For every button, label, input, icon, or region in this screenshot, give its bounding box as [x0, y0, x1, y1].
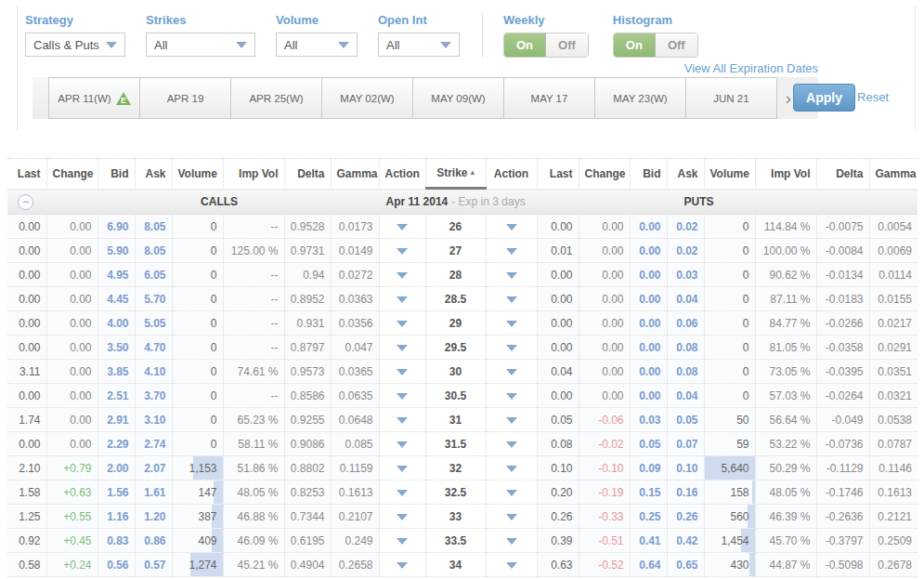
put-action-dropdown[interactable]: [486, 287, 537, 311]
expiration-tab-label: JUN 21: [713, 93, 748, 104]
call-ask: 3.10: [135, 408, 172, 432]
call-volume: 0: [172, 432, 223, 456]
expiration-row: View All Expiration Dates APR 11(W) E AP…: [25, 61, 915, 119]
put-action-dropdown[interactable]: [486, 384, 537, 408]
call-action-dropdown[interactable]: [379, 408, 425, 432]
strategy-select[interactable]: Calls & Puts: [25, 33, 125, 57]
put-imp-vol: 45.70 %: [755, 529, 816, 553]
col-call-action[interactable]: Action: [379, 159, 425, 189]
call-action-dropdown[interactable]: [379, 360, 425, 384]
call-action-dropdown[interactable]: [379, 311, 425, 336]
call-action-dropdown[interactable]: [379, 480, 425, 505]
put-bid: 0.00: [630, 263, 667, 287]
col-put-change[interactable]: Change: [579, 159, 630, 189]
expiration-tab[interactable]: APR 11(W) E: [48, 77, 140, 119]
expiration-tab[interactable]: APR 25(W): [230, 77, 322, 119]
expiration-tab[interactable]: MAY 09(W): [412, 77, 504, 119]
put-action-dropdown[interactable]: [486, 432, 537, 456]
col-call-gamma[interactable]: Gamma: [331, 159, 379, 189]
strikes-select[interactable]: All: [146, 33, 255, 57]
col-put-ask[interactable]: Ask: [667, 159, 704, 189]
call-action-dropdown[interactable]: [379, 336, 425, 360]
put-action-dropdown[interactable]: [486, 311, 537, 336]
put-change: -0.33: [579, 505, 630, 529]
col-call-bid[interactable]: Bid: [98, 159, 135, 189]
volume-select[interactable]: All: [276, 33, 358, 57]
chevron-down-icon: [397, 296, 408, 303]
put-action-dropdown[interactable]: [486, 239, 537, 263]
put-bid: 0.00: [630, 360, 667, 384]
call-action-dropdown[interactable]: [379, 529, 425, 553]
collapse-button[interactable]: −: [18, 194, 33, 210]
put-ask: 0.02: [667, 239, 704, 263]
col-put-delta[interactable]: Delta: [816, 159, 869, 189]
call-action-dropdown[interactable]: [379, 505, 425, 529]
col-put-imp-vol[interactable]: Imp Vol: [755, 159, 816, 189]
histogram-off-button[interactable]: Off: [656, 33, 697, 57]
put-action-dropdown[interactable]: [486, 360, 537, 384]
call-action-dropdown[interactable]: [379, 553, 425, 577]
weekly-off-button[interactable]: Off: [546, 33, 588, 57]
call-bid: 0.83: [98, 529, 135, 553]
put-action-dropdown[interactable]: [486, 505, 537, 529]
put-last: 0.04: [537, 360, 579, 384]
call-action-dropdown[interactable]: [379, 215, 425, 239]
call-volume: 387: [172, 505, 223, 529]
col-put-action[interactable]: Action: [486, 159, 537, 189]
option-row: 0.00 0.00 6.90 8.05 0 -- 0.9528 0.0173 2…: [7, 215, 917, 239]
call-bid: 2.91: [98, 408, 135, 432]
call-action-dropdown[interactable]: [379, 287, 425, 311]
col-call-change[interactable]: Change: [46, 159, 98, 189]
call-action-dropdown[interactable]: [379, 384, 425, 408]
histogram-on-button[interactable]: On: [614, 33, 656, 57]
put-action-dropdown[interactable]: [486, 480, 537, 505]
apply-button[interactable]: Apply: [793, 84, 855, 112]
col-call-volume[interactable]: Volume: [172, 159, 223, 189]
expiration-tab[interactable]: JUN 21: [685, 77, 777, 119]
put-last: 0.26: [537, 505, 579, 529]
expiration-tab[interactable]: MAY 02(W): [321, 77, 413, 119]
col-put-volume[interactable]: Volume: [704, 159, 755, 189]
weekly-on-button[interactable]: On: [504, 33, 546, 57]
chevron-down-icon: [506, 562, 517, 569]
put-action-dropdown[interactable]: [486, 408, 537, 432]
put-action-dropdown[interactable]: [486, 456, 537, 480]
put-action-dropdown[interactable]: [486, 336, 537, 360]
put-volume: 0: [704, 263, 755, 287]
col-call-ask[interactable]: Ask: [135, 159, 172, 189]
col-put-gamma[interactable]: Gamma: [869, 159, 917, 189]
reset-link[interactable]: Reset: [857, 90, 889, 104]
put-action-dropdown[interactable]: [486, 215, 537, 239]
col-call-last[interactable]: Last: [7, 159, 46, 189]
put-bid: 0.09: [630, 456, 667, 480]
call-imp-vol: 58.11 %: [223, 432, 284, 456]
put-bid: 0.00: [630, 287, 667, 311]
put-bid: 0.41: [630, 529, 667, 553]
put-volume: 1,454: [704, 529, 755, 553]
view-all-expirations-link[interactable]: View All Expiration Dates: [684, 61, 818, 75]
put-action-dropdown[interactable]: [486, 263, 537, 287]
put-change: -0.06: [579, 408, 630, 432]
call-imp-vol: --: [223, 215, 284, 239]
open-int-select[interactable]: All: [378, 33, 460, 57]
col-strike[interactable]: Strike ▴: [425, 159, 486, 189]
call-change: +0.45: [46, 529, 98, 553]
call-action-dropdown[interactable]: [379, 456, 425, 480]
expiration-tab[interactable]: APR 19: [139, 77, 231, 119]
put-gamma: 0.0351: [869, 360, 917, 384]
col-put-bid[interactable]: Bid: [630, 159, 667, 189]
put-action-dropdown[interactable]: [486, 529, 537, 553]
call-last: 1.74: [7, 408, 46, 432]
col-call-imp-vol[interactable]: Imp Vol: [223, 159, 284, 189]
put-action-dropdown[interactable]: [486, 553, 537, 577]
expiration-tab[interactable]: MAY 17: [503, 77, 595, 119]
col-call-delta[interactable]: Delta: [284, 159, 331, 189]
call-action-dropdown[interactable]: [379, 263, 425, 287]
expiration-tab[interactable]: MAY 23(W): [594, 77, 686, 119]
call-action-dropdown[interactable]: [379, 432, 425, 456]
option-row: 0.00 0.00 5.90 8.05 0 125.00 % 0.9731 0.…: [7, 239, 917, 263]
call-action-dropdown[interactable]: [379, 239, 425, 263]
col-put-last[interactable]: Last: [537, 159, 579, 189]
call-delta: 0.9086: [284, 432, 331, 456]
put-delta: -0.049: [816, 408, 869, 432]
